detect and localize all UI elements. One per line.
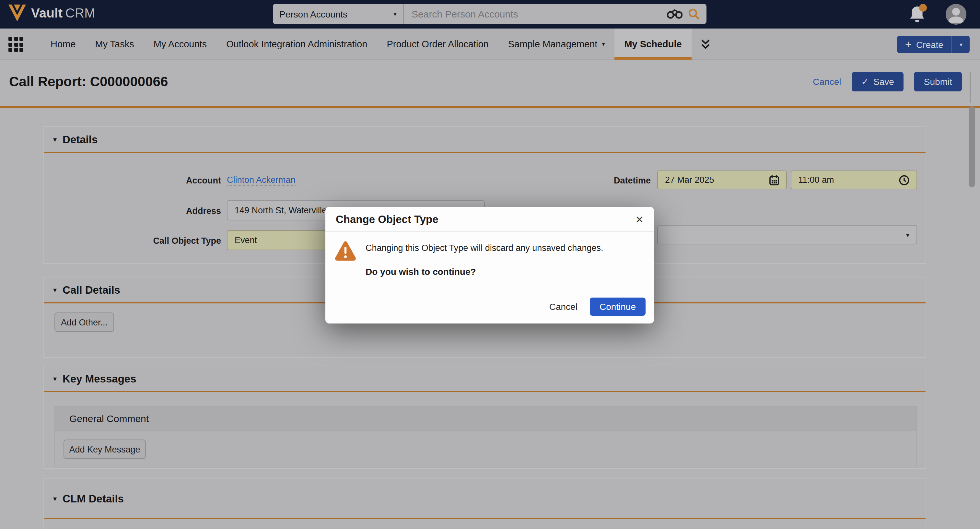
- chevron-down-icon: ▾: [959, 41, 963, 48]
- create-button[interactable]: + Create: [897, 36, 952, 53]
- modal-header: Change Object Type ✕: [325, 207, 654, 232]
- header-accent-rule: [0, 106, 980, 108]
- brand-vault: Vault: [31, 5, 63, 20]
- add-other-button-label: Add Other...: [61, 317, 108, 327]
- call-object-type-value: Event: [235, 235, 257, 245]
- section-accent-rule: [44, 391, 926, 392]
- clm-details-section-header[interactable]: ▾ CLM Details: [44, 479, 926, 518]
- submit-button[interactable]: Submit: [914, 72, 962, 91]
- nav-tab-label: My Accounts: [154, 39, 207, 49]
- nav-tab-outlook-integration-administration[interactable]: Outlook Integration Administration: [216, 29, 377, 60]
- account-link[interactable]: Clinton Ackerman: [227, 175, 296, 186]
- page-title: Call Report: C000000066: [9, 74, 168, 89]
- vault-crm-logo[interactable]: VaultCRM: [8, 5, 95, 21]
- nav-tab-product-order-allocation[interactable]: Product Order Allocation: [377, 29, 498, 60]
- key-messages-group: General Comment Add Key Message: [54, 406, 917, 467]
- notification-badge: [919, 4, 927, 12]
- time-value: 11:00 am: [798, 175, 834, 185]
- date-field[interactable]: 27 Mar 2025: [657, 170, 787, 189]
- create-button-label: Create: [916, 39, 943, 49]
- key-messages-group-header: General Comment: [55, 406, 916, 430]
- key-messages-section-title: Key Messages: [62, 373, 137, 385]
- details-section-title: Details: [62, 133, 97, 145]
- modal-message: Changing this Object Type will discard a…: [366, 243, 603, 253]
- nav-tab-my-schedule[interactable]: My Schedule: [614, 29, 691, 60]
- chevron-down-icon: ▾: [602, 41, 605, 47]
- change-object-type-modal: Change Object Type ✕ Changing this Objec…: [325, 207, 654, 323]
- search-input[interactable]: [404, 4, 667, 24]
- vault-logo-icon: [8, 5, 26, 21]
- collapse-caret-icon: ▾: [53, 374, 57, 383]
- add-key-message-button-label: Add Key Message: [69, 445, 140, 454]
- modal-continue-button[interactable]: Continue: [590, 298, 646, 316]
- save-button-label: Save: [873, 76, 894, 87]
- topbar: VaultCRM Person Accounts ▾: [0, 0, 980, 29]
- time-field[interactable]: 11:00 am: [791, 170, 917, 189]
- clock-icon[interactable]: [899, 175, 909, 185]
- modal-title: Change Object Type: [336, 213, 439, 225]
- brand-text: VaultCRM: [31, 5, 95, 21]
- avatar-icon: [946, 4, 966, 25]
- header-scrollbar-divider: [970, 72, 971, 103]
- close-icon[interactable]: ✕: [635, 214, 644, 224]
- key-messages-section-header[interactable]: ▾ Key Messages: [44, 366, 926, 391]
- add-other-button[interactable]: Add Other...: [54, 312, 114, 332]
- modal-cancel-button[interactable]: Cancel: [549, 301, 578, 312]
- warning-icon: [334, 241, 356, 264]
- cancel-link[interactable]: Cancel: [813, 76, 841, 87]
- nav-tab-my-tasks[interactable]: My Tasks: [85, 29, 143, 60]
- submit-button-label: Submit: [924, 76, 952, 87]
- chevron-down-icon: ▾: [906, 231, 909, 238]
- check-icon: ✓: [861, 76, 869, 87]
- brand-crm: CRM: [65, 5, 95, 20]
- collapse-caret-icon: ▾: [53, 494, 57, 503]
- modal-footer: Cancel Continue: [549, 298, 646, 316]
- double-chevron-down-icon: [701, 38, 710, 49]
- search-scope-select[interactable]: Person Accounts ▾: [273, 4, 403, 24]
- clm-details-section-title: CLM Details: [62, 492, 124, 505]
- nav-tabs: Home My Tasks My Accounts Outlook Integr…: [41, 29, 719, 60]
- save-button[interactable]: ✓ Save: [852, 72, 904, 91]
- search-icons: [667, 4, 706, 24]
- nav-tab-label: My Tasks: [95, 39, 134, 49]
- plus-icon: +: [905, 38, 912, 51]
- header-actions: Cancel ✓ Save Submit: [813, 72, 962, 91]
- address-label: Address: [109, 206, 221, 216]
- key-messages-section: ▾ Key Messages General Comment Add Key M…: [43, 366, 926, 469]
- search-scope-value: Person Accounts: [279, 9, 347, 19]
- calendar-icon[interactable]: [769, 175, 779, 185]
- datetime-label: Datetime: [541, 176, 651, 185]
- collapse-caret-icon: ▾: [53, 285, 57, 294]
- main-navbar: Home My Tasks My Accounts Outlook Integr…: [0, 29, 980, 60]
- advanced-search-binoculars-icon[interactable]: [667, 9, 682, 19]
- nav-tab-label: Home: [51, 39, 75, 49]
- modal-continue-label: Continue: [600, 301, 636, 312]
- nav-tab-home[interactable]: Home: [41, 29, 85, 60]
- key-messages-group-title: General Comment: [69, 413, 149, 424]
- app-launcher-grid-icon[interactable]: [8, 37, 25, 52]
- add-key-message-button[interactable]: Add Key Message: [64, 440, 146, 459]
- nav-tab-sample-management[interactable]: Sample Management ▾: [498, 29, 615, 60]
- topbar-right: [909, 0, 966, 29]
- channel-select[interactable]: ▾: [657, 225, 917, 244]
- user-avatar[interactable]: [946, 4, 966, 25]
- global-search-bar: Person Accounts ▾: [273, 4, 706, 24]
- call-object-type-label: Call Object Type: [109, 236, 221, 246]
- create-dropdown-button[interactable]: ▾: [953, 36, 970, 53]
- create-split-button: + Create ▾: [897, 36, 970, 53]
- nav-tab-label: Product Order Allocation: [387, 39, 488, 49]
- date-value: 27 Mar 2025: [665, 175, 714, 185]
- collapse-caret-icon: ▾: [53, 135, 57, 143]
- nav-tab-label: Sample Management: [508, 39, 598, 49]
- nav-overflow-button[interactable]: [692, 29, 719, 60]
- vault-crm-app: VaultCRM Person Accounts ▾: [0, 0, 980, 529]
- modal-body: Changing this Object Type will discard a…: [325, 232, 654, 298]
- modal-question: Do you wish to continue?: [366, 266, 476, 277]
- details-section-header[interactable]: ▾ Details: [44, 127, 926, 152]
- notifications-button[interactable]: [909, 5, 926, 23]
- page-scrollbar-thumb[interactable]: [969, 106, 975, 187]
- nav-tab-my-accounts[interactable]: My Accounts: [144, 29, 216, 60]
- nav-tab-label: My Schedule: [624, 39, 681, 49]
- account-label: Account: [109, 176, 221, 185]
- search-icon[interactable]: [688, 8, 699, 19]
